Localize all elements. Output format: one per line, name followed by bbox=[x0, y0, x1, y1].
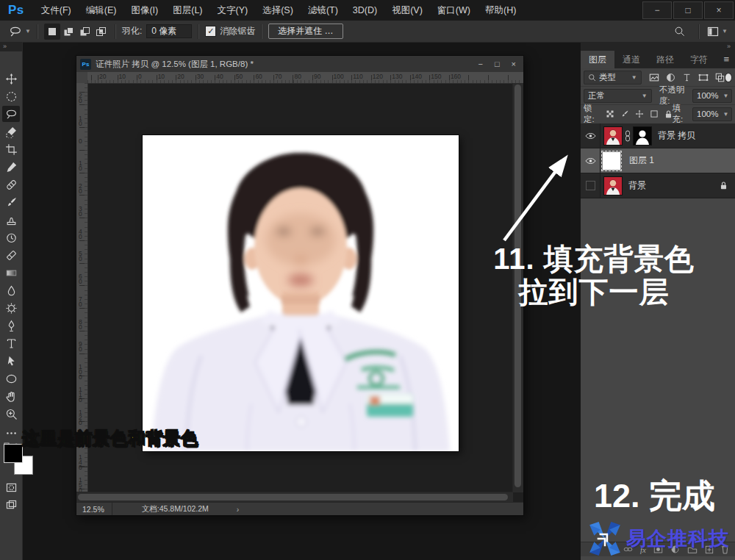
intersect-selection-mode[interactable] bbox=[93, 24, 109, 40]
layer-row-background[interactable]: 背景 bbox=[581, 173, 735, 198]
doc-minimize-button[interactable]: − bbox=[478, 60, 482, 68]
menu-type[interactable]: 文字(Y) bbox=[210, 0, 256, 21]
feather-input[interactable]: 0 像素 bbox=[146, 24, 192, 38]
lock-label: 锁定: bbox=[584, 103, 601, 125]
menu-edit[interactable]: 编辑(E) bbox=[79, 0, 124, 21]
doc-close-button[interactable]: × bbox=[512, 60, 516, 68]
maximize-button[interactable]: □ bbox=[673, 1, 703, 19]
tab-character[interactable]: 字符 bbox=[682, 51, 716, 68]
layer-name[interactable]: 背景 bbox=[628, 179, 646, 192]
pen-tool[interactable] bbox=[2, 317, 20, 334]
layer-name[interactable]: 图层 1 bbox=[629, 154, 654, 167]
layer-mask-thumbnail[interactable] bbox=[634, 127, 651, 145]
chevron-down-icon: ▼ bbox=[627, 74, 637, 81]
toolbar-collapse[interactable]: » bbox=[0, 42, 22, 51]
zoom-tool[interactable] bbox=[2, 406, 20, 422]
lock-transparency-icon[interactable] bbox=[606, 110, 614, 118]
ruler-tick-label: 2 0 bbox=[79, 93, 82, 104]
menu-layer[interactable]: 图层(L) bbox=[165, 0, 209, 21]
id-photo bbox=[143, 135, 459, 451]
tool-preset-lasso[interactable]: ▼ bbox=[0, 25, 31, 38]
subtract-selection-mode[interactable] bbox=[76, 24, 93, 40]
gradient-tool[interactable] bbox=[2, 265, 20, 281]
clone-stamp-tool[interactable] bbox=[2, 212, 20, 228]
menu-select[interactable]: 选择(S) bbox=[255, 0, 301, 21]
lock-artboard-icon[interactable] bbox=[650, 110, 659, 118]
layer-filter-dropdown[interactable]: 类型 ▼ bbox=[584, 71, 642, 85]
path-selection-tool[interactable] bbox=[2, 353, 20, 369]
filter-toggle[interactable] bbox=[725, 73, 732, 82]
blur-tool[interactable] bbox=[2, 282, 20, 298]
doc-maximize-button[interactable]: □ bbox=[495, 60, 500, 68]
menu-bar: Ps 文件(F) 编辑(E) 图像(I) 图层(L) 文字(Y) 选择(S) 滤… bbox=[0, 0, 735, 21]
lock-pixels-icon[interactable] bbox=[620, 110, 629, 118]
screen-mode-button[interactable] bbox=[2, 497, 20, 513]
history-brush-tool[interactable] bbox=[2, 229, 20, 245]
type-tool[interactable] bbox=[2, 335, 20, 351]
menu-file[interactable]: 文件(F) bbox=[34, 0, 79, 21]
blend-mode-dropdown[interactable]: 正常 ▼ bbox=[584, 89, 652, 103]
layer-name[interactable]: 背景 拷贝 bbox=[658, 129, 695, 142]
layer-row-layer1[interactable]: 图层 1 bbox=[581, 148, 735, 173]
hand-tool[interactable] bbox=[2, 388, 20, 404]
close-button[interactable]: × bbox=[704, 1, 734, 19]
canvas[interactable] bbox=[143, 135, 459, 451]
fill-label: 填充: bbox=[673, 103, 690, 125]
tab-channels[interactable]: 通道 bbox=[614, 51, 648, 68]
chevron-down-icon: ▼ bbox=[718, 111, 728, 118]
workspace-switcher[interactable]: ▼ bbox=[706, 26, 735, 37]
crop-tool[interactable] bbox=[2, 141, 20, 157]
menu-window[interactable]: 窗口(W) bbox=[430, 0, 478, 21]
ruler-tick-label: 4 0 bbox=[79, 229, 82, 240]
fill-dropdown[interactable]: 100% ▼ bbox=[692, 107, 732, 121]
foreground-color-swatch[interactable] bbox=[4, 444, 23, 463]
eyedropper-tool[interactable] bbox=[2, 159, 20, 175]
opacity-dropdown[interactable]: 100% ▼ bbox=[692, 89, 732, 103]
lasso-tool[interactable] bbox=[2, 106, 20, 122]
horizontal-scrollbar[interactable] bbox=[76, 492, 513, 503]
filter-shape-layers-icon[interactable] bbox=[698, 73, 709, 82]
search-icon[interactable] bbox=[667, 26, 692, 37]
ruler-tick-label: 130 bbox=[390, 73, 402, 80]
menu-filter[interactable]: 滤镜(T) bbox=[301, 0, 345, 21]
status-chevron-icon[interactable]: › bbox=[237, 505, 240, 514]
dock-collapse[interactable]: » bbox=[581, 42, 735, 51]
antialias-checkbox[interactable]: ✓ bbox=[205, 26, 216, 37]
menu-3d[interactable]: 3D(D) bbox=[345, 0, 384, 21]
menu-help[interactable]: 帮助(H) bbox=[478, 0, 523, 21]
menu-view[interactable]: 视图(V) bbox=[384, 0, 430, 21]
quick-mask-button[interactable] bbox=[2, 479, 20, 495]
filter-adjustment-layers-icon[interactable] bbox=[666, 73, 675, 82]
layer-thumbnail[interactable] bbox=[603, 152, 620, 170]
spot-healing-brush-tool[interactable] bbox=[2, 176, 20, 193]
dodge-tool[interactable] bbox=[2, 300, 20, 316]
elliptical-marquee-tool[interactable] bbox=[2, 88, 20, 104]
minimize-button[interactable]: − bbox=[642, 1, 672, 19]
ellipse-shape-tool[interactable] bbox=[2, 370, 20, 387]
filter-type-layers-icon[interactable] bbox=[682, 73, 692, 82]
document-titlebar[interactable]: Ps 证件照片 拷贝 @ 12.5% (图层 1, RGB/8) * − □ × bbox=[76, 56, 523, 72]
move-tool[interactable] bbox=[2, 71, 20, 87]
brush-tool[interactable] bbox=[2, 194, 20, 210]
tab-layers[interactable]: 图层 bbox=[581, 51, 614, 68]
new-selection-mode[interactable] bbox=[44, 24, 60, 40]
lock-position-icon[interactable] bbox=[635, 110, 644, 118]
layer-thumbnail[interactable] bbox=[604, 127, 622, 145]
layer-thumbnail[interactable] bbox=[604, 177, 622, 195]
quick-selection-tool[interactable] bbox=[2, 123, 20, 140]
tab-paths[interactable]: 路径 bbox=[648, 51, 682, 68]
filter-smart-objects-icon[interactable] bbox=[715, 73, 725, 82]
add-selection-mode[interactable] bbox=[60, 24, 76, 40]
layer-row-background-copy[interactable]: 背景 拷贝 bbox=[581, 123, 735, 148]
mask-link-icon[interactable] bbox=[625, 130, 631, 142]
zoom-level[interactable]: 12.5% bbox=[76, 503, 112, 515]
lock-all-icon[interactable] bbox=[664, 110, 673, 119]
edit-toolbar-ellipsis[interactable] bbox=[2, 425, 20, 441]
menu-image[interactable]: 图像(I) bbox=[123, 0, 165, 21]
ruler-tick-label: 110 bbox=[351, 73, 363, 80]
ruler-tick-label: 10 bbox=[118, 73, 126, 80]
eraser-tool[interactable] bbox=[2, 247, 20, 263]
filter-pixel-layers-icon[interactable] bbox=[649, 73, 659, 82]
panel-menu-icon[interactable]: ≡ bbox=[723, 51, 735, 68]
select-and-mask-button[interactable]: 选择并遮住 … bbox=[268, 24, 343, 39]
